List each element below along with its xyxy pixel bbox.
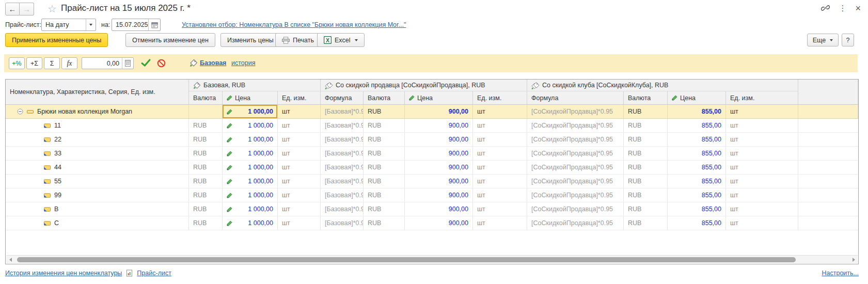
item-name-cell[interactable]: 99 <box>6 188 189 202</box>
price-cell[interactable]: 900,00 <box>405 147 473 160</box>
price-cell[interactable]: 1 000,00 <box>223 147 278 160</box>
unit-cell[interactable]: шт <box>726 188 798 202</box>
currency-cell[interactable]: RUB <box>189 202 223 216</box>
formula-cell[interactable]: [СоСкидкойПродавца]*0.95 <box>527 175 624 188</box>
unit-cell[interactable]: шт <box>473 147 527 160</box>
formula-cell[interactable]: [СоСкидкойПродавца]*0.95 <box>527 147 624 160</box>
price-cell[interactable]: 900,00 <box>405 175 473 188</box>
currency-cell[interactable]: RUB <box>624 216 668 230</box>
collapse-toggle[interactable] <box>17 108 23 115</box>
table-row[interactable]: 22 RUB 1 000,00 шт [Базовая]*0.9 RUB 900… <box>6 133 858 147</box>
currency-cell[interactable]: RUB <box>189 119 223 132</box>
item-name-cell[interactable]: 11 <box>6 119 189 132</box>
unit-cell[interactable]: шт <box>726 202 798 216</box>
price-cell-selected[interactable]: 1 000,00 <box>223 105 278 118</box>
price-cell[interactable]: 900,00 <box>405 188 473 202</box>
formula-cell[interactable]: [Базовая]*0.9 <box>321 133 364 146</box>
price-cell[interactable]: 1 000,00 <box>223 161 278 174</box>
unit-cell[interactable]: шт <box>473 175 527 188</box>
formula-cell[interactable]: [СоСкидкойПродавца]*0.95 <box>527 105 624 118</box>
unit-cell[interactable]: шт <box>726 216 798 230</box>
currency-cell[interactable]: RUB <box>624 161 668 174</box>
item-name-cell[interactable]: C <box>6 216 189 230</box>
price-cell[interactable]: 900,00 <box>405 161 473 174</box>
price-cell[interactable]: 855,00 <box>668 216 726 230</box>
formula-cell[interactable]: [Базовая]*0.9 <box>321 188 364 202</box>
currency-cell[interactable]: RUB <box>364 119 405 132</box>
configure-link[interactable]: Настроить... <box>822 270 859 277</box>
back-button[interactable]: ← <box>5 3 20 15</box>
link-icon[interactable] <box>821 4 830 12</box>
currency-cell[interactable]: RUB <box>624 188 668 202</box>
unit-cell[interactable]: шт <box>278 147 321 160</box>
currency-cell[interactable]: RUB <box>364 133 405 146</box>
currency-cell[interactable]: RUB <box>189 188 223 202</box>
table-row[interactable]: 11 RUB 1 000,00 шт [Базовая]*0.9 RUB 900… <box>6 119 858 133</box>
base-price-type-link[interactable]: Базовая <box>200 59 226 67</box>
price-cell[interactable]: 1 000,00 <box>223 216 278 230</box>
unit-cell[interactable]: шт <box>278 119 321 132</box>
item-name-cell[interactable]: 22 <box>6 133 189 146</box>
group-name-cell[interactable]: Брюки новая коллекция Morgan <box>6 105 189 118</box>
unit-cell[interactable]: шт <box>278 133 321 146</box>
currency-cell[interactable]: RUB <box>624 119 668 132</box>
currency-cell[interactable]: RUB <box>189 147 223 160</box>
scrollbar-thumb[interactable] <box>17 257 796 262</box>
currency-cell[interactable]: RUB <box>364 161 405 174</box>
currency-cell[interactable]: RUB <box>364 202 405 216</box>
add-percent-button[interactable]: +% <box>9 57 25 69</box>
formula-cell[interactable]: [Базовая]*0.9 <box>321 216 364 230</box>
formula-cell[interactable]: [СоСкидкойПродавца]*0.95 <box>527 216 624 230</box>
unit-cell[interactable]: шт <box>278 202 321 216</box>
formula-cell[interactable]: [СоСкидкойПродавца]*0.95 <box>527 188 624 202</box>
currency-cell[interactable]: RUB <box>364 147 405 160</box>
price-cell[interactable]: 855,00 <box>668 202 726 216</box>
item-name-cell[interactable]: B <box>6 202 189 216</box>
currency-cell[interactable]: RUB <box>624 175 668 188</box>
price-cell[interactable]: 855,00 <box>668 119 726 132</box>
add-amount-button[interactable]: +Σ <box>26 57 42 69</box>
unit-cell[interactable]: шт <box>278 105 321 118</box>
currency-cell[interactable]: RUB <box>624 202 668 216</box>
unit-cell[interactable]: шт <box>473 119 527 132</box>
price-cell[interactable]: 855,00 <box>668 133 726 146</box>
unit-cell[interactable]: шт <box>473 216 527 230</box>
currency-cell[interactable]: RUB <box>189 133 223 146</box>
currency-cell[interactable]: RUB <box>624 133 668 146</box>
amount-input[interactable]: 0,00 <box>82 57 134 69</box>
unit-cell[interactable]: шт <box>726 105 798 118</box>
currency-cell[interactable]: RUB <box>364 216 405 230</box>
group-row[interactable]: Брюки новая коллекция Morgan 1 000,00 шт… <box>6 105 858 119</box>
calendar-button[interactable] <box>148 19 160 30</box>
formula-cell[interactable]: [СоСкидкойПродавца]*0.95 <box>527 161 624 174</box>
unit-cell[interactable]: шт <box>726 161 798 174</box>
price-cell[interactable]: 900,00 <box>405 133 473 146</box>
table-row[interactable]: 99 RUB 1 000,00 шт [Базовая]*0.9 RUB 900… <box>6 188 858 202</box>
currency-cell[interactable]: RUB <box>364 105 405 118</box>
price-cell[interactable]: 900,00 <box>405 105 473 118</box>
more-menu-icon[interactable]: ⋮ <box>839 5 846 12</box>
unit-cell[interactable]: шт <box>473 161 527 174</box>
price-cell[interactable]: 1 000,00 <box>223 188 278 202</box>
unit-cell[interactable]: шт <box>726 119 798 132</box>
price-cell[interactable]: 900,00 <box>405 216 473 230</box>
unit-cell[interactable]: шт <box>473 202 527 216</box>
price-cell[interactable]: 1 000,00 <box>223 119 278 132</box>
unit-cell[interactable]: шт <box>278 216 321 230</box>
help-button[interactable]: ? <box>842 34 854 46</box>
reject-button[interactable] <box>157 59 166 68</box>
currency-cell[interactable]: RUB <box>189 161 223 174</box>
formula-cell[interactable]: [Базовая]*0.9 <box>321 202 364 216</box>
cancel-price-changes-button[interactable]: Отменить изменение цен <box>125 33 215 47</box>
price-cell[interactable]: 1 000,00 <box>223 133 278 146</box>
price-history-link[interactable]: История изменения цен номенклатуры <box>5 270 122 277</box>
table-row[interactable]: 55 RUB 1 000,00 шт [Базовая]*0.9 RUB 900… <box>6 175 858 188</box>
currency-cell[interactable] <box>189 105 223 118</box>
price-cell[interactable]: 855,00 <box>668 175 726 188</box>
table-row[interactable]: 33 RUB 1 000,00 шт [Базовая]*0.9 RUB 900… <box>6 147 858 161</box>
table-row[interactable]: 44 RUB 1 000,00 шт [Базовая]*0.9 RUB 900… <box>6 161 858 175</box>
table-row[interactable]: C RUB 1 000,00 шт [Базовая]*0.9 RUB 900,… <box>6 216 858 230</box>
close-icon[interactable]: × <box>855 4 861 12</box>
formula-cell[interactable]: [СоСкидкойПродавца]*0.95 <box>527 133 624 146</box>
price-cell[interactable]: 855,00 <box>668 147 726 160</box>
